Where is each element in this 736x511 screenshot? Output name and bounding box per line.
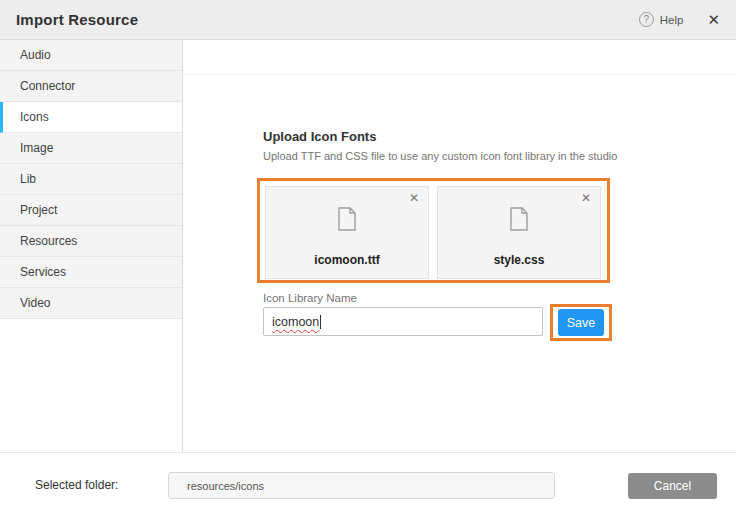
close-icon[interactable]: ✕ bbox=[707, 11, 720, 29]
annotation-box-files: ✕ icomoon.ttf ✕ bbox=[257, 178, 610, 283]
icon-library-name-input[interactable]: icomoon bbox=[263, 307, 543, 336]
remove-file-icon[interactable]: ✕ bbox=[581, 191, 591, 205]
sidebar-item-video[interactable]: Video bbox=[0, 288, 182, 319]
dialog-footer: Selected folder: resources/icons Cancel bbox=[0, 453, 736, 510]
uploaded-file-card-css: ✕ style.css bbox=[437, 186, 601, 279]
file-icon bbox=[337, 207, 357, 235]
sidebar-item-services[interactable]: Services bbox=[0, 257, 182, 288]
dialog-body: Audio Connector Icons Image Lib Project … bbox=[0, 40, 736, 453]
help-label[interactable]: Help bbox=[660, 14, 684, 26]
file-name: style.css bbox=[438, 253, 600, 267]
file-name: icomoon.ttf bbox=[266, 253, 428, 267]
panel-heading: Upload Icon Fonts bbox=[263, 129, 376, 144]
resource-type-sidebar: Audio Connector Icons Image Lib Project … bbox=[0, 40, 183, 452]
uploaded-file-card-ttf: ✕ icomoon.ttf bbox=[265, 186, 429, 279]
file-icon bbox=[509, 207, 529, 235]
panel-subtitle: Upload TTF and CSS file to use any custo… bbox=[263, 150, 617, 162]
sidebar-item-lib[interactable]: Lib bbox=[0, 164, 182, 195]
sidebar-item-project[interactable]: Project bbox=[0, 195, 182, 226]
help-button[interactable]: ? Help bbox=[639, 12, 684, 27]
sidebar-item-connector[interactable]: Connector bbox=[0, 71, 182, 102]
sidebar-item-icons[interactable]: Icons bbox=[0, 102, 182, 133]
remove-file-icon[interactable]: ✕ bbox=[409, 191, 419, 205]
icon-library-name-label: Icon Library Name bbox=[263, 292, 357, 304]
sidebar-item-resources[interactable]: Resources bbox=[0, 226, 182, 257]
selected-folder-field[interactable]: resources/icons bbox=[168, 472, 555, 499]
sidebar-item-audio[interactable]: Audio bbox=[0, 40, 182, 71]
annotation-box-save: Save bbox=[550, 304, 612, 341]
text-caret bbox=[320, 315, 321, 329]
selected-folder-label: Selected folder: bbox=[35, 478, 118, 492]
icon-library-name-value: icomoon bbox=[272, 315, 319, 329]
help-icon[interactable]: ? bbox=[639, 12, 654, 27]
cancel-button[interactable]: Cancel bbox=[628, 473, 717, 499]
sidebar-item-image[interactable]: Image bbox=[0, 133, 182, 164]
content-divider bbox=[183, 74, 736, 75]
icons-panel: Upload Icon Fonts Upload TTF and CSS fil… bbox=[183, 40, 736, 452]
save-button[interactable]: Save bbox=[558, 309, 605, 336]
selected-folder-value: resources/icons bbox=[187, 480, 264, 492]
import-resource-dialog: Import Resource ? Help ✕ Audio Connector… bbox=[0, 0, 736, 511]
dialog-header: Import Resource ? Help ✕ bbox=[0, 0, 736, 40]
page-title: Import Resource bbox=[16, 11, 138, 28]
